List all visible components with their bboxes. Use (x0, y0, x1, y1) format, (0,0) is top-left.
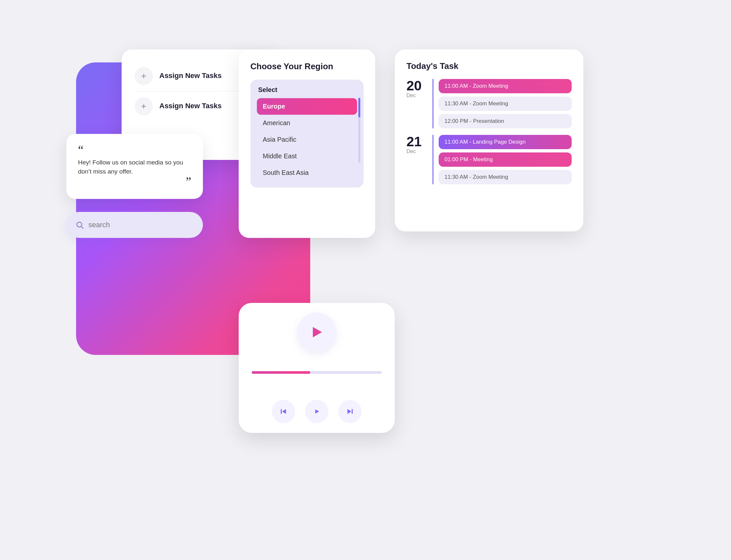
search-icon (75, 221, 84, 229)
quote-text: Hey! Follow us on social media so you do… (78, 158, 191, 176)
region-title: Choose Your Region (250, 61, 363, 72)
play-button-large[interactable] (297, 313, 336, 352)
svg-rect-4 (281, 409, 281, 414)
day-section-20: 20 Dec 11:00 AM - Zoom Meeting 11:30 AM … (407, 79, 572, 128)
svg-rect-7 (351, 409, 352, 414)
svg-line-1 (81, 226, 83, 228)
day-21-col: 21 Dec (407, 135, 426, 184)
plus-icon-2: + (141, 102, 146, 111)
region-item-south-east-asia[interactable]: South East Asia (257, 164, 357, 181)
day-20-events: 11:00 AM - Zoom Meeting 11:30 AM - Zoom … (433, 79, 572, 128)
player-card (239, 303, 395, 433)
search-card (66, 212, 203, 238)
region-select-label: Select (257, 86, 357, 94)
event-0100-meeting[interactable]: 01:00 PM - Meeting (439, 152, 572, 167)
scrollbar-thumb[interactable] (358, 98, 360, 117)
region-item-middle-east[interactable]: Middle East (257, 148, 357, 164)
play-pause-icon (313, 408, 320, 415)
prev-button[interactable] (272, 400, 295, 423)
add-task-button-1[interactable]: + (135, 67, 153, 85)
day-21-events: 11:00 AM - Landing Page Design 01:00 PM … (433, 135, 572, 184)
event-1100-zoom[interactable]: 11:00 AM - Zoom Meeting (439, 79, 572, 93)
today-task-title: Today's Task (407, 61, 572, 71)
day-20-number: 20 (407, 79, 426, 93)
region-dropdown: Select Europe American Asia Pacific Midd… (250, 80, 363, 188)
day-21-month: Dec (407, 149, 426, 154)
event-1130-zoom-21[interactable]: 11:30 AM - Zoom Meeting (439, 170, 572, 184)
player-controls (272, 400, 361, 423)
event-1200-presentation[interactable]: 12:00 PM - Presentation (439, 114, 572, 128)
region-list: Europe American Asia Pacific Middle East… (257, 98, 357, 181)
event-1100-landing[interactable]: 11:00 AM - Landing Page Design (439, 135, 572, 149)
day-20-month: Dec (407, 93, 426, 98)
add-task-button-2[interactable]: + (135, 97, 153, 115)
svg-marker-2 (313, 327, 322, 337)
task-label-2: Assign New Tasks (159, 101, 222, 111)
play-triangle-icon (309, 325, 324, 339)
play-pause-button[interactable] (305, 400, 328, 423)
region-item-american[interactable]: American (257, 115, 357, 131)
quote-card: “ Hey! Follow us on social media so you … (66, 134, 203, 199)
today-task-card: Today's Task 20 Dec 11:00 AM - Zoom Meet… (395, 49, 583, 231)
region-item-europe[interactable]: Europe (257, 98, 357, 115)
day-21-number: 21 (407, 135, 426, 149)
search-input[interactable] (88, 221, 194, 229)
event-1130-zoom[interactable]: 11:30 AM - Zoom Meeting (439, 97, 572, 111)
skip-prev-icon (279, 407, 288, 416)
day-20-col: 20 Dec (407, 79, 426, 128)
svg-marker-5 (315, 409, 319, 413)
svg-marker-6 (347, 409, 351, 414)
quote-close: ” (78, 178, 191, 185)
progress-bar-fill[interactable] (252, 371, 310, 374)
search-icon-wrap (75, 221, 84, 229)
progress-container (252, 371, 382, 380)
next-button[interactable] (338, 400, 361, 423)
plus-icon-1: + (141, 72, 146, 81)
quote-open: “ (78, 144, 191, 156)
day-section-21: 21 Dec 11:00 AM - Landing Page Design 01… (407, 135, 572, 184)
svg-marker-3 (282, 409, 286, 414)
scrollbar-track (358, 98, 360, 163)
scene: + Assign New Tasks + Assign New Tasks “ … (57, 36, 674, 524)
task-label-1: Assign New Tasks (159, 71, 222, 81)
region-card: Choose Your Region Select Europe America… (239, 49, 375, 238)
skip-next-icon (346, 407, 354, 416)
region-item-asia-pacific[interactable]: Asia Pacific (257, 131, 357, 148)
progress-bar-background (252, 371, 382, 374)
